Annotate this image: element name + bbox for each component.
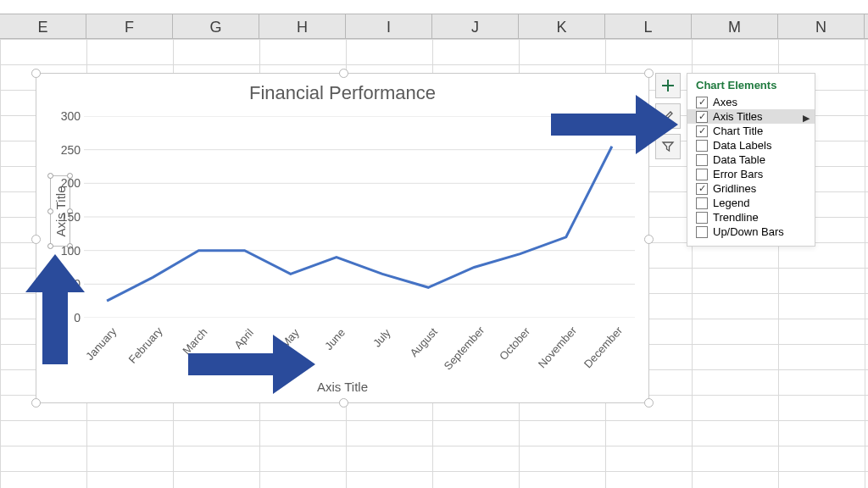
chart-element-option[interactable]: ✓Chart Title — [687, 124, 815, 138]
chart-elements-flyout: Chart Elements ✓Axes✓Axis Titles▶✓Chart … — [687, 73, 815, 247]
checkbox[interactable]: ✓ — [696, 111, 708, 123]
option-label: Up/Down Bars — [713, 225, 784, 238]
flyout-title: Chart Elements — [687, 79, 815, 95]
col-header[interactable]: G — [173, 14, 259, 38]
x-axis-ticks: JanuaryFebruaryMarchAprilMayJuneJulyAugu… — [84, 321, 635, 382]
x-tick-label: October — [497, 325, 532, 363]
option-label: Legend — [713, 197, 749, 209]
checkbox[interactable]: ✓ — [696, 97, 708, 108]
x-tick-label: June — [322, 326, 348, 352]
col-header[interactable]: E — [0, 14, 86, 38]
col-header[interactable]: H — [259, 14, 346, 38]
x-tick-label: November — [536, 324, 579, 371]
x-tick-label: February — [126, 324, 165, 366]
data-series[interactable] — [107, 147, 612, 302]
option-label: Data Labels — [713, 139, 771, 152]
resize-handle[interactable] — [31, 69, 41, 78]
x-tick-label: September — [442, 324, 487, 372]
resize-handle[interactable] — [339, 69, 348, 78]
y-tick-label: 300 — [61, 109, 81, 123]
chevron-right-icon[interactable]: ▶ — [803, 113, 810, 124]
resize-handle[interactable] — [644, 69, 654, 78]
annotation-arrow-right — [188, 335, 315, 394]
option-label: Axis Titles — [713, 110, 763, 123]
chart-element-option[interactable]: ✓Axis Titles▶ — [687, 109, 815, 124]
resize-handle[interactable] — [644, 235, 654, 244]
option-label: Data Table — [713, 153, 765, 166]
col-header[interactable]: I — [346, 14, 432, 38]
y-tick-label: 200 — [61, 176, 81, 190]
y-tick-label: 250 — [61, 143, 81, 157]
checkbox[interactable] — [696, 154, 708, 166]
checkbox[interactable] — [696, 212, 708, 224]
x-tick-label: January — [83, 325, 119, 363]
col-header[interactable]: L — [605, 14, 692, 38]
column-header-row: E F G H I J K L M N — [0, 14, 868, 39]
checkbox[interactable] — [696, 226, 708, 238]
option-label: Chart Title — [713, 125, 763, 137]
resize-handle[interactable] — [644, 398, 654, 408]
col-header[interactable]: J — [432, 14, 519, 38]
annotation-arrow-right — [551, 95, 678, 154]
col-header[interactable]: F — [86, 14, 173, 38]
chart-element-option[interactable]: ✓Gridlines — [687, 181, 815, 196]
option-label: Error Bars — [713, 168, 763, 180]
x-tick-label: December — [581, 324, 625, 371]
x-axis-title[interactable]: Axis Title — [36, 380, 648, 394]
option-label: Trendline — [713, 211, 759, 224]
y-tick-label: 150 — [61, 210, 81, 224]
resize-handle[interactable] — [31, 235, 41, 244]
chart-element-option[interactable]: Data Labels — [687, 138, 815, 152]
checkbox[interactable]: ✓ — [696, 183, 708, 195]
col-header[interactable]: K — [519, 14, 605, 38]
resize-handle[interactable] — [31, 398, 41, 408]
chart-element-option[interactable]: ✓Axes — [687, 95, 815, 109]
checkbox[interactable] — [696, 140, 708, 152]
checkbox[interactable] — [696, 169, 708, 180]
col-header[interactable]: N — [778, 14, 865, 38]
plus-icon — [661, 79, 675, 92]
chart-element-option[interactable]: Error Bars — [687, 167, 815, 181]
option-label: Axes — [713, 96, 737, 108]
checkbox[interactable] — [696, 197, 708, 209]
resize-handle[interactable] — [339, 398, 348, 408]
x-tick-label: August — [408, 325, 440, 359]
chart-element-option[interactable]: Data Table — [687, 152, 815, 167]
checkbox[interactable]: ✓ — [696, 125, 708, 137]
chart-element-option[interactable]: Up/Down Bars — [687, 225, 815, 239]
option-label: Gridlines — [713, 182, 756, 195]
chart-element-option[interactable]: Legend — [687, 196, 815, 210]
annotation-arrow-up — [25, 254, 85, 364]
x-tick-label: July — [370, 326, 393, 349]
col-header[interactable]: M — [692, 14, 778, 38]
chart-element-option[interactable]: Trendline — [687, 210, 815, 225]
